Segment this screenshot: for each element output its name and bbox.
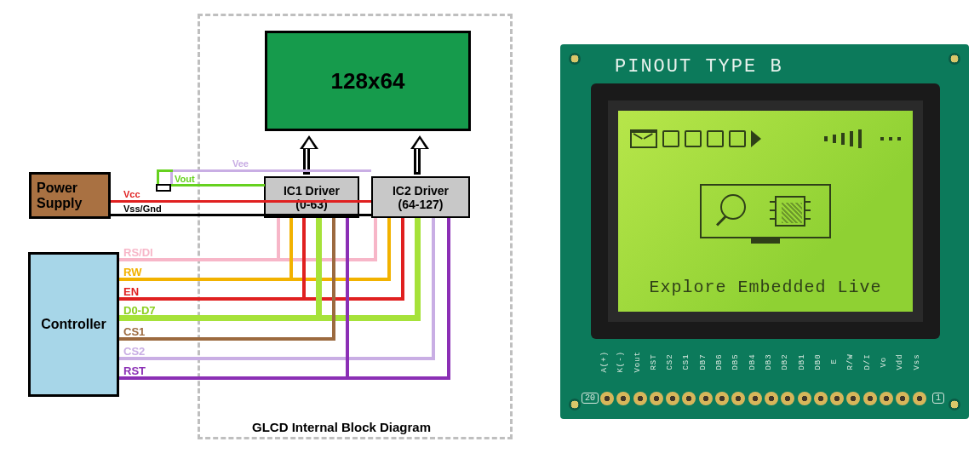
arrow-ic2-stem bbox=[414, 149, 421, 175]
pin-label: Vout bbox=[633, 351, 647, 373]
signal-bar bbox=[824, 136, 828, 141]
wire-vcc bbox=[111, 200, 371, 203]
pin-pad-row bbox=[600, 392, 926, 405]
wire-rsdi-v1 bbox=[277, 218, 280, 261]
wire-vee-h bbox=[170, 169, 371, 172]
signal-bar bbox=[850, 131, 853, 146]
ic2-line2: (64-127) bbox=[398, 198, 444, 211]
wire-vss bbox=[111, 214, 371, 216]
pin-label: DB1 bbox=[798, 351, 811, 373]
pin-label: CS2 bbox=[666, 351, 679, 373]
pin-label: DB7 bbox=[699, 351, 713, 373]
wire-vout-top bbox=[157, 169, 173, 172]
battery-icon bbox=[685, 130, 702, 147]
screw-icon bbox=[569, 399, 581, 410]
label-en: EN bbox=[123, 285, 139, 298]
dots-icon bbox=[889, 137, 892, 141]
label-rsdi: RS/DI bbox=[123, 246, 153, 259]
chip-pin bbox=[770, 201, 775, 203]
ic2-driver: IC2 Driver (64-127) bbox=[371, 176, 470, 218]
pin-label: DB3 bbox=[765, 351, 778, 373]
pin-label: A(+) bbox=[600, 351, 614, 373]
pin-label: K(-) bbox=[616, 351, 630, 373]
pin-pad bbox=[798, 392, 811, 405]
monitor-icon bbox=[700, 184, 831, 238]
ic1-line1: IC1 Driver bbox=[284, 184, 340, 198]
wire-rsdi-v2 bbox=[374, 218, 377, 261]
battery-icon bbox=[662, 130, 679, 147]
pin-label: DB6 bbox=[715, 351, 729, 373]
wire-en-v1 bbox=[302, 218, 306, 301]
monitor-stand bbox=[751, 238, 780, 244]
screw-icon bbox=[948, 399, 960, 410]
ic1-line2: (0-63) bbox=[295, 198, 327, 211]
controller-label: Controller bbox=[41, 317, 106, 332]
pin-pad bbox=[731, 392, 745, 405]
pin-pad bbox=[846, 392, 860, 405]
chip-pin bbox=[805, 218, 811, 220]
pin-count-left: 20 bbox=[582, 393, 599, 404]
lcd-screen: Explore Embedded Live bbox=[618, 111, 913, 312]
pin-label: DB4 bbox=[748, 351, 762, 373]
pin-label: E bbox=[830, 351, 844, 373]
mail-icon bbox=[630, 129, 657, 148]
chip-pin bbox=[770, 218, 775, 220]
label-vcc: Vcc bbox=[123, 189, 140, 199]
screen-text-line: Explore Embedded Live bbox=[618, 278, 913, 297]
display-block: 128x64 bbox=[265, 31, 471, 131]
display-label: 128x64 bbox=[331, 68, 405, 95]
wire-data-h bbox=[119, 315, 420, 321]
ic2-line1: IC2 Driver bbox=[393, 184, 449, 198]
wire-rw-v1 bbox=[289, 218, 293, 281]
screen-icon-row bbox=[630, 126, 901, 152]
pin-pad bbox=[666, 392, 679, 405]
controller-block: Controller bbox=[28, 252, 119, 397]
dots-icon bbox=[880, 137, 884, 141]
pin-pad bbox=[616, 392, 630, 405]
pin-label: DB0 bbox=[814, 351, 828, 373]
pin-pad bbox=[814, 392, 828, 405]
wire-vout-h bbox=[157, 184, 265, 186]
label-vout: Vout bbox=[175, 174, 195, 184]
diagram-caption: GLCD Internal Block Diagram bbox=[249, 420, 434, 434]
pcb-title: PINOUT TYPE B bbox=[615, 56, 783, 77]
wire-data-v1 bbox=[316, 218, 322, 321]
pin-labels-row: VssVddVoD/IR/WEDB0DB1DB2DB3DB4DB5DB6DB7C… bbox=[600, 351, 926, 373]
screw-icon bbox=[569, 53, 581, 65]
pin-label: RST bbox=[650, 351, 663, 373]
arrow-ic1 bbox=[300, 135, 318, 149]
pin-label: Vdd bbox=[896, 351, 909, 373]
wire-rst-h bbox=[119, 376, 450, 380]
arrow-ic2 bbox=[410, 135, 429, 149]
pin-pad bbox=[830, 392, 844, 405]
label-vss: Vss/Gnd bbox=[123, 204, 162, 214]
pin-pad bbox=[896, 392, 909, 405]
wire-cs2-h bbox=[119, 357, 434, 360]
pin-label: DB5 bbox=[731, 351, 745, 373]
pin-label: D/I bbox=[863, 351, 877, 373]
pin-pad bbox=[699, 392, 713, 405]
signal-bar bbox=[858, 129, 862, 148]
pin-pad bbox=[748, 392, 762, 405]
wire-rst-v1 bbox=[346, 218, 349, 380]
label-cs1: CS1 bbox=[123, 325, 145, 338]
label-cs2: CS2 bbox=[123, 345, 145, 358]
chip-pin bbox=[770, 209, 775, 211]
pin-pad bbox=[600, 392, 614, 405]
label-rst: RST bbox=[123, 364, 146, 377]
label-rw: RW bbox=[123, 266, 141, 278]
chip-pin bbox=[805, 201, 811, 203]
wire-en-v2 bbox=[401, 218, 404, 301]
chip-icon bbox=[775, 196, 805, 227]
pin-label: CS1 bbox=[682, 351, 696, 373]
power-line2: Supply bbox=[37, 196, 82, 211]
pin-pad bbox=[633, 392, 647, 405]
label-data: D0-D7 bbox=[123, 304, 156, 317]
battery-arrow-icon bbox=[751, 130, 761, 147]
wire-rsdi-h bbox=[119, 258, 376, 261]
signal-bar bbox=[833, 135, 836, 143]
screw-icon bbox=[948, 53, 960, 65]
pin-pad bbox=[682, 392, 696, 405]
signal-bar bbox=[841, 133, 845, 145]
label-vee: Vee bbox=[232, 158, 249, 169]
